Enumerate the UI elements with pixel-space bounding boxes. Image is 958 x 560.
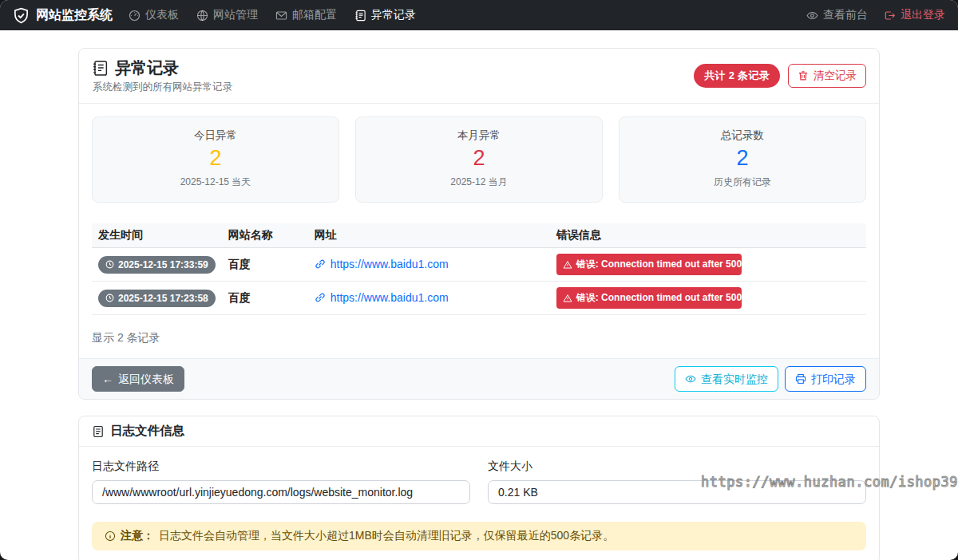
stat-label: 今日异常 (101, 128, 331, 143)
nav-item-email[interactable]: 邮箱配置 (275, 8, 337, 22)
records-card: 异常记录 系统检测到的所有网站异常记录 共计 2 条记录 清空记录 今日异常 (78, 48, 880, 400)
app-window: 网站监控系统 仪表板 网站管理 邮箱配置 异常记录 查看前台 (0, 0, 958, 560)
print-records-label: 打印记录 (811, 373, 856, 385)
records-card-body: 今日异常 2 2025-12-15 当天 本月异常 2 2025-12 当月 总… (79, 104, 879, 358)
brand[interactable]: 网站监控系统 (13, 7, 113, 24)
stat-card-month: 本月异常 2 2025-12 当月 (355, 116, 603, 203)
log-file-card: 日志文件信息 日志文件路径 文件大小 注意：日志文件会自动管理 (78, 416, 880, 560)
stats-row: 今日异常 2 2025-12-15 当天 本月异常 2 2025-12 当月 总… (92, 116, 866, 203)
time-badge: 2025-12-15 17:23:58 (98, 290, 216, 307)
header-actions: 共计 2 条记录 清空记录 (694, 64, 866, 88)
stat-value: 2 (627, 146, 857, 171)
records-card-header: 异常记录 系统检测到的所有网站异常记录 共计 2 条记录 清空记录 (79, 49, 879, 104)
col-header-url: 网址 (308, 223, 550, 248)
clear-records-label: 清空记录 (814, 70, 857, 81)
nav-right: 查看前台 退出登录 (806, 8, 945, 22)
error-badge: 错误: Connection timed out after 5001 mill… (556, 287, 742, 309)
stat-caption: 2025-12 当月 (364, 175, 594, 189)
back-button-label: 返回仪表板 (118, 373, 174, 385)
stat-value: 2 (101, 146, 331, 171)
journal-text-icon (92, 60, 109, 77)
file-text-icon (92, 425, 105, 438)
file-size-input[interactable] (488, 480, 866, 504)
stat-label: 总记录数 (627, 128, 857, 143)
trash-icon (798, 70, 809, 81)
nav-item-dashboard[interactable]: 仪表板 (129, 8, 179, 22)
records-table: 发生时间 网站名称 网址 错误信息 2025-12-15 17:33:59 (92, 223, 866, 315)
stat-value: 2 (364, 146, 594, 171)
logout-link[interactable]: 退出登录 (884, 8, 945, 22)
back-to-dashboard-button[interactable]: ← 返回仪表板 (92, 366, 184, 392)
info-circle-icon (105, 530, 116, 542)
stat-card-today: 今日异常 2 2025-12-15 当天 (92, 116, 339, 203)
page-title-row: 异常记录 (92, 57, 232, 79)
live-monitor-button[interactable]: 查看实时监控 (675, 366, 778, 392)
title-block: 异常记录 系统检测到的所有网站异常记录 (92, 57, 232, 94)
site-url-link[interactable]: https://www.baidu1.com (315, 291, 449, 304)
nav-item-sites[interactable]: 网站管理 (196, 8, 258, 22)
speedometer-icon (129, 10, 141, 22)
log-path-input[interactable] (92, 480, 470, 504)
warning-triangle-icon (563, 260, 572, 270)
site-name: 百度 (228, 258, 251, 270)
site-name: 百度 (228, 291, 251, 304)
clear-records-button[interactable]: 清空记录 (788, 64, 866, 88)
log-card-header: 日志文件信息 (79, 416, 879, 447)
records-count-text: 显示 2 条记录 (92, 331, 866, 345)
envelope-icon (275, 10, 287, 22)
site-url-link[interactable]: https://www.baidu1.com (315, 258, 449, 270)
time-badge: 2025-12-15 17:33:59 (98, 256, 216, 274)
nav-label: 邮箱配置 (292, 8, 337, 22)
log-form-row: 日志文件路径 文件大小 (92, 459, 866, 504)
print-records-button[interactable]: 打印记录 (785, 366, 866, 392)
clock-icon (105, 260, 114, 269)
log-notice-alert: 注意：日志文件会自动管理，当文件大小超过1MB时会自动清理旧记录，仅保留最近的5… (92, 522, 866, 550)
main-content: 异常记录 系统检测到的所有网站异常记录 共计 2 条记录 清空记录 今日异常 (78, 30, 880, 560)
total-records-badge: 共计 2 条记录 (694, 64, 780, 88)
table-header-row: 发生时间 网站名称 网址 错误信息 (92, 223, 866, 248)
eye-icon (806, 10, 818, 22)
stat-caption: 2025-12-15 当天 (101, 175, 331, 189)
file-size-group: 文件大小 (488, 459, 866, 504)
footer-actions: 查看实时监控 打印记录 (675, 366, 866, 392)
col-header-site: 网站名称 (222, 223, 308, 248)
eye-icon (685, 373, 696, 385)
printer-icon (795, 373, 806, 385)
records-card-footer: ← 返回仪表板 查看实时监控 打印记录 (79, 358, 879, 399)
table-row: 2025-12-15 17:23:58 百度 https://www.baidu… (92, 282, 866, 315)
col-header-time: 发生时间 (92, 223, 222, 248)
log-card-title: 日志文件信息 (110, 423, 184, 440)
arrow-left-icon: ← (102, 373, 113, 385)
log-path-group: 日志文件路径 (92, 459, 470, 504)
page-title: 异常记录 (115, 57, 179, 79)
live-monitor-label: 查看实时监控 (701, 373, 768, 385)
file-size-label: 文件大小 (488, 459, 866, 474)
notice-prefix: 注意： (121, 529, 154, 542)
journal-icon (354, 10, 366, 22)
warning-triangle-icon (563, 294, 572, 303)
logout-icon (884, 10, 896, 22)
brand-title: 网站监控系统 (36, 7, 113, 24)
log-path-label: 日志文件路径 (92, 459, 470, 474)
page-subtitle: 系统检测到的所有网站异常记录 (93, 81, 232, 94)
table-row: 2025-12-15 17:33:59 百度 https://www.baidu… (92, 248, 866, 282)
nav-label: 异常记录 (371, 8, 416, 22)
top-navbar: 网站监控系统 仪表板 网站管理 邮箱配置 异常记录 查看前台 (0, 0, 958, 30)
clock-icon (105, 294, 114, 302)
link-icon (315, 292, 326, 303)
stat-caption: 历史所有记录 (627, 175, 857, 189)
col-header-error: 错误信息 (550, 223, 866, 248)
stat-card-total: 总记录数 2 历史所有记录 (619, 116, 866, 203)
shield-check-icon (13, 7, 30, 24)
nav-links: 仪表板 网站管理 邮箱配置 异常记录 (129, 8, 416, 22)
stat-label: 本月异常 (364, 128, 594, 143)
view-frontend-link[interactable]: 查看前台 (806, 8, 868, 22)
error-badge: 错误: Connection timed out after 5001 mill… (556, 254, 742, 275)
nav-label: 仪表板 (145, 8, 179, 22)
logout-label: 退出登录 (901, 8, 945, 22)
nav-item-records[interactable]: 异常记录 (354, 8, 416, 22)
nav-label: 网站管理 (213, 8, 258, 22)
notice-text: 日志文件会自动管理，当文件大小超过1MB时会自动清理旧记录，仅保留最近的500条… (159, 529, 614, 542)
view-frontend-label: 查看前台 (823, 8, 868, 22)
link-icon (315, 258, 326, 270)
